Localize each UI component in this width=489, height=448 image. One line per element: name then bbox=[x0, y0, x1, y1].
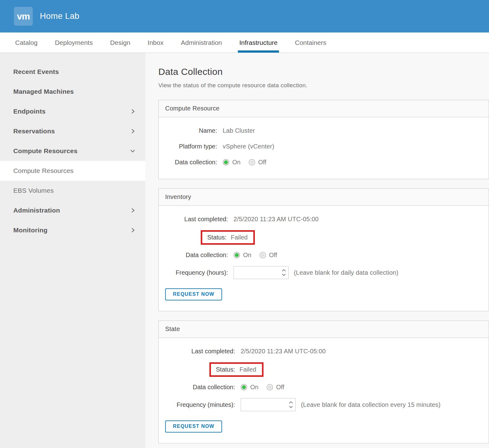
radio-off-icon bbox=[267, 384, 273, 390]
sidebar-item-label: Compute Resources bbox=[13, 167, 74, 174]
sidebar-item-compute-resources[interactable]: Compute Resources bbox=[0, 141, 145, 161]
compute-resource-panel-title: Compute Resource bbox=[159, 100, 489, 117]
inventory-data-collection-on-radio[interactable]: On bbox=[234, 252, 251, 259]
status-annotation-box: Status: Failed bbox=[201, 230, 255, 245]
radio-on-icon bbox=[223, 159, 229, 166]
sidebar: Recent Events Managed Machines Endpoints… bbox=[0, 53, 145, 448]
chevron-down-icon bbox=[130, 148, 135, 154]
state-data-collection-on-radio[interactable]: On bbox=[241, 384, 259, 391]
app-header: vm Home Lab bbox=[0, 0, 489, 32]
sidebar-item-label: Monitoring bbox=[13, 226, 47, 234]
page-title: Data Collection bbox=[158, 67, 489, 77]
page-subtitle: View the status of the compute resource … bbox=[158, 82, 489, 89]
spinner-up-button[interactable] bbox=[286, 400, 295, 405]
tab-infrastructure[interactable]: Infrastructure bbox=[239, 32, 278, 53]
radio-on-label: On bbox=[250, 384, 259, 391]
sidebar-item-label: Compute Resources bbox=[13, 147, 78, 155]
radio-off-label: Off bbox=[269, 252, 277, 259]
radio-off-icon bbox=[249, 159, 255, 166]
main-content: Data Collection View the status of the c… bbox=[145, 53, 489, 448]
status-value: Failed bbox=[239, 366, 256, 373]
frequency-hours-stepper bbox=[234, 266, 289, 279]
inventory-request-now-button[interactable]: REQUEST NOW bbox=[165, 288, 222, 300]
tab-inbox[interactable]: Inbox bbox=[147, 32, 164, 53]
sidebar-subitem-ebs-volumes[interactable]: EBS Volumes bbox=[0, 181, 145, 200]
radio-on-label: On bbox=[243, 252, 251, 259]
state-panel-title: State bbox=[159, 321, 489, 338]
status-label: Status: bbox=[207, 234, 226, 241]
compute-resource-data-collection-off-radio[interactable]: Off bbox=[249, 159, 266, 166]
compute-resource-data-collection-on-radio[interactable]: On bbox=[223, 159, 241, 166]
spinner-down-button[interactable] bbox=[279, 273, 288, 277]
radio-off-icon bbox=[260, 252, 266, 258]
status-annotation-box: Status: Failed bbox=[209, 362, 264, 377]
sidebar-item-label: Administration bbox=[13, 207, 60, 214]
state-data-collection-radio-group: On Off bbox=[241, 384, 482, 391]
state-request-now-button[interactable]: REQUEST NOW bbox=[165, 420, 222, 433]
state-data-collection-off-radio[interactable]: Off bbox=[267, 384, 284, 391]
frequency-hint: (Leave blank for data collection every 1… bbox=[301, 401, 440, 408]
last-completed-label: Last completed: bbox=[165, 216, 234, 223]
chevron-right-icon bbox=[130, 208, 135, 213]
frequency-minutes-stepper bbox=[241, 398, 296, 411]
tab-catalog[interactable]: Catalog bbox=[15, 32, 38, 53]
chevron-right-icon bbox=[130, 227, 135, 233]
inventory-data-collection-off-radio[interactable]: Off bbox=[260, 252, 277, 259]
frequency-hint: (Leave blank for daily data collection) bbox=[294, 269, 398, 276]
sidebar-subitem-compute-resources[interactable]: Compute Resources bbox=[0, 161, 145, 181]
tab-containers[interactable]: Containers bbox=[294, 32, 327, 53]
tab-design[interactable]: Design bbox=[109, 32, 131, 53]
sidebar-item-recent-events[interactable]: Recent Events bbox=[0, 62, 145, 82]
radio-on-icon bbox=[234, 252, 240, 258]
vmware-logo: vm bbox=[14, 7, 33, 26]
inventory-panel-title: Inventory bbox=[159, 189, 489, 206]
app-window: vm Home Lab Catalog Deployments Design I… bbox=[0, 0, 489, 448]
status-value: Failed bbox=[231, 234, 247, 241]
data-collection-label: Data collection: bbox=[165, 252, 234, 259]
sidebar-item-label: Recent Events bbox=[13, 68, 59, 75]
compute-resource-panel: Compute Resource Name: Lab Cluster Platf… bbox=[158, 100, 489, 179]
radio-off-label: Off bbox=[258, 159, 266, 166]
sidebar-item-monitoring[interactable]: Monitoring bbox=[0, 220, 145, 240]
status-label: Status: bbox=[216, 366, 235, 373]
last-completed-label: Last completed: bbox=[165, 348, 241, 355]
frequency-minutes-label: Frequency (minutes): bbox=[165, 401, 241, 408]
sidebar-item-endpoints[interactable]: Endpoints bbox=[0, 101, 145, 121]
sidebar-item-reservations[interactable]: Reservations bbox=[0, 121, 145, 141]
primary-nav: Catalog Deployments Design Inbox Adminis… bbox=[0, 32, 489, 53]
sidebar-item-label: Managed Machines bbox=[13, 88, 74, 95]
sidebar-item-label: Endpoints bbox=[13, 108, 45, 115]
sidebar-item-label: EBS Volumes bbox=[13, 187, 54, 194]
data-collection-label: Data collection: bbox=[165, 159, 223, 166]
radio-on-label: On bbox=[232, 159, 241, 166]
chevron-right-icon bbox=[130, 128, 135, 134]
inventory-data-collection-radio-group: On Off bbox=[234, 252, 482, 259]
last-completed-value: 2/5/2020 11:23 AM UTC-05:00 bbox=[234, 216, 482, 223]
last-completed-value: 2/5/2020 11:23 AM UTC-05:00 bbox=[241, 348, 482, 355]
app-title: Home Lab bbox=[40, 11, 79, 21]
data-collection-label: Data collection: bbox=[165, 384, 241, 391]
spinner-up-button[interactable] bbox=[279, 268, 288, 273]
platform-type-label: Platform type: bbox=[165, 143, 223, 150]
tab-deployments[interactable]: Deployments bbox=[54, 32, 93, 53]
vmware-logo-text: vm bbox=[17, 11, 30, 22]
name-label: Name: bbox=[165, 127, 223, 134]
compute-resource-data-collection-radio-group: On Off bbox=[223, 159, 482, 166]
sidebar-item-managed-machines[interactable]: Managed Machines bbox=[0, 82, 145, 101]
name-value: Lab Cluster bbox=[223, 127, 482, 134]
tab-administration[interactable]: Administration bbox=[180, 32, 223, 53]
frequency-hours-input[interactable] bbox=[234, 266, 279, 279]
platform-type-value: vSphere (vCenter) bbox=[223, 143, 482, 150]
frequency-minutes-input[interactable] bbox=[241, 398, 286, 411]
radio-off-label: Off bbox=[276, 384, 284, 391]
sidebar-item-label: Reservations bbox=[13, 127, 55, 135]
inventory-panel: Inventory Last completed: 2/5/2020 11:23… bbox=[158, 188, 489, 311]
state-panel: State Last completed: 2/5/2020 11:23 AM … bbox=[158, 321, 489, 443]
radio-on-icon bbox=[241, 384, 247, 390]
chevron-right-icon bbox=[130, 109, 135, 114]
sidebar-item-administration[interactable]: Administration bbox=[0, 200, 145, 220]
frequency-hours-label: Frequency (hours): bbox=[165, 269, 234, 276]
spinner-down-button[interactable] bbox=[286, 405, 295, 409]
